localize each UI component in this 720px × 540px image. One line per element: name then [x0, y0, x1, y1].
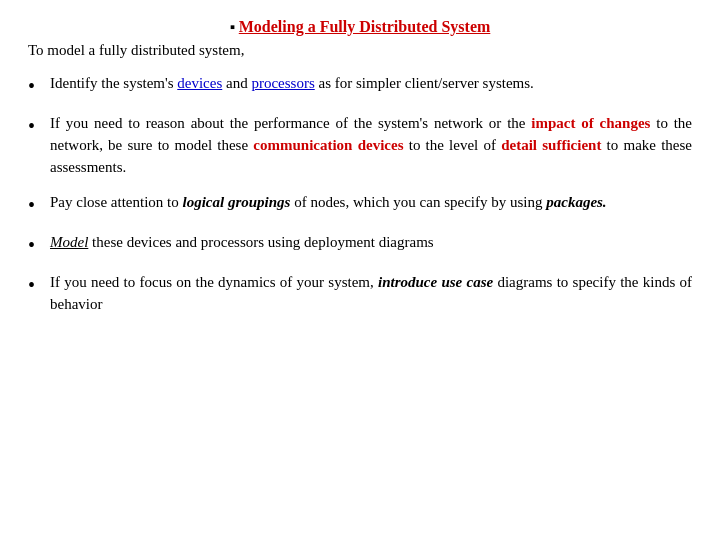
- list-item: • Identify the system's devices and proc…: [28, 73, 692, 99]
- logical-groupings-text: logical groupings: [182, 194, 290, 210]
- page-container: ▪ Modeling a Fully Distributed System To…: [0, 0, 720, 540]
- list-item: • Pay close attention to logical groupin…: [28, 192, 692, 218]
- bullet-dot-5: •: [28, 272, 50, 298]
- bullet-content-5: If you need to focus on the dynamics of …: [50, 272, 692, 316]
- title-bullet-icon: ▪: [230, 19, 235, 35]
- bullet-content-1: Identify the system's devices and proces…: [50, 73, 534, 95]
- bullet-content-3: Pay close attention to logical groupings…: [50, 192, 607, 214]
- communication-devices-text: communication devices: [253, 137, 403, 153]
- impact-of-changes-text: impact of changes: [531, 115, 650, 131]
- bullet-dot-4: •: [28, 232, 50, 258]
- intro-text: To model a fully distributed system,: [28, 42, 692, 59]
- bullet-dot-1: •: [28, 73, 50, 99]
- detail-sufficient-text: detail sufficient: [501, 137, 601, 153]
- bullet-content-2: If you need to reason about the performa…: [50, 113, 692, 178]
- and-text: and: [226, 75, 248, 91]
- devices-link: devices: [177, 75, 222, 91]
- title-section: ▪ Modeling a Fully Distributed System: [28, 18, 692, 36]
- page-title: Modeling a Fully Distributed System: [239, 18, 491, 35]
- bullet-content-4: Model these devices and processors using…: [50, 232, 434, 254]
- model-link-text: Model: [50, 234, 88, 250]
- list-item: • If you need to focus on the dynamics o…: [28, 272, 692, 316]
- processors-link: processors: [251, 75, 314, 91]
- bullet-dot-3: •: [28, 192, 50, 218]
- introduce-use-case-text: introduce use case: [378, 274, 493, 290]
- packages-text: packages.: [546, 194, 606, 210]
- list-item: • If you need to reason about the perfor…: [28, 113, 692, 178]
- bullet-list: • Identify the system's devices and proc…: [28, 73, 692, 316]
- bullet-dot-2: •: [28, 113, 50, 139]
- list-item: • Model these devices and processors usi…: [28, 232, 692, 258]
